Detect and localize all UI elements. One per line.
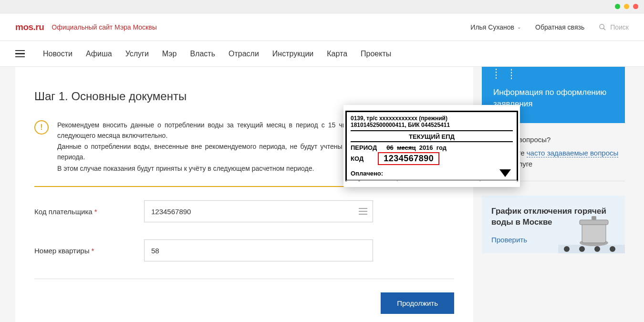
apartment-row: Номер квартиры * (34, 239, 454, 261)
svg-rect-13 (592, 216, 596, 220)
svg-point-7 (579, 246, 585, 252)
doc-period-label: ПЕРИОД (351, 144, 377, 151)
window-chrome (0, 0, 644, 13)
window-close[interactable] (633, 4, 638, 9)
chevron-down-icon: ⌄ (517, 24, 521, 30)
document-tooltip: 0139, тр/с хххххххххххх (прежний) 181014… (343, 105, 520, 187)
list-icon[interactable] (359, 208, 367, 215)
doc-code-label: КОД (351, 155, 364, 162)
svg-point-6 (564, 246, 570, 252)
doc-code-row: КОД 1234567890 (351, 152, 513, 165)
nav-mayor[interactable]: Мэр (162, 50, 177, 58)
svg-point-8 (594, 246, 600, 252)
svg-rect-11 (582, 223, 606, 243)
search-icon (599, 23, 606, 31)
main-nav: Новости Афиша Услуги Мэр Власть Отрасли … (0, 41, 644, 67)
doc-period-row: ПЕРИОД 06 месяц 2016 год (351, 144, 513, 151)
nav-services[interactable]: Услуги (125, 50, 149, 58)
faq-link[interactable]: часто задаваемые вопросы (527, 149, 619, 157)
payer-code-input[interactable] (144, 200, 373, 222)
window-maximize[interactable] (624, 4, 629, 9)
nav-instructions[interactable]: Инструкции (272, 50, 313, 58)
site-logo[interactable]: mos.ru (15, 22, 44, 32)
site-tagline: Официальный сайт Мэра Москвы (52, 23, 156, 31)
user-menu[interactable]: Илья Суханов ⌄ (470, 23, 521, 31)
nav-afisha[interactable]: Афиша (86, 50, 112, 58)
apartment-label: Номер квартиры * (34, 247, 144, 255)
triangle-down-icon (499, 169, 511, 177)
doc-bik-line: 18101452500000411, БИК 044525411 (351, 122, 513, 131)
nav-projects[interactable]: Проекты (361, 50, 391, 58)
continue-button[interactable]: Продолжить (381, 292, 454, 314)
document-icon (493, 67, 613, 80)
promo-image (558, 210, 625, 253)
apartment-input[interactable] (144, 239, 373, 261)
window-minimize[interactable] (615, 4, 620, 9)
sidebar-promo: График отключения горячей воды в Москве … (482, 196, 625, 253)
step-title: Шаг 1. Основные документы (34, 90, 454, 103)
nav-industries[interactable]: Отрасли (229, 50, 259, 58)
doc-code-value: 1234567890 (378, 152, 439, 165)
doc-account-line: 0139, тр/с хххххххххххх (прежний) (351, 115, 513, 122)
nav-map[interactable]: Карта (327, 50, 347, 58)
warning-icon: ! (34, 120, 49, 135)
doc-header: ТЕКУЩИЙ ЕПД (351, 132, 513, 142)
hamburger-icon[interactable] (15, 50, 25, 58)
feedback-link[interactable]: Обратная связь (535, 23, 584, 31)
svg-point-0 (600, 24, 604, 29)
doc-paid-label: Оплачено: (351, 170, 513, 177)
payer-code-row: Код плательщика * (34, 200, 454, 222)
top-header: mos.ru Официальный сайт Мэра Москвы Илья… (0, 13, 644, 41)
svg-rect-12 (580, 220, 608, 225)
svg-line-1 (603, 28, 605, 30)
torn-edge (345, 180, 518, 185)
search-placeholder: Поиск (610, 23, 629, 31)
user-name: Илья Суханов (470, 23, 514, 31)
search[interactable]: Поиск (599, 23, 629, 31)
divider (34, 279, 454, 279)
nav-power[interactable]: Власть (190, 50, 215, 58)
nav-news[interactable]: Новости (43, 50, 73, 58)
payer-code-label: Код плательщика * (34, 208, 144, 216)
svg-point-9 (610, 246, 615, 252)
